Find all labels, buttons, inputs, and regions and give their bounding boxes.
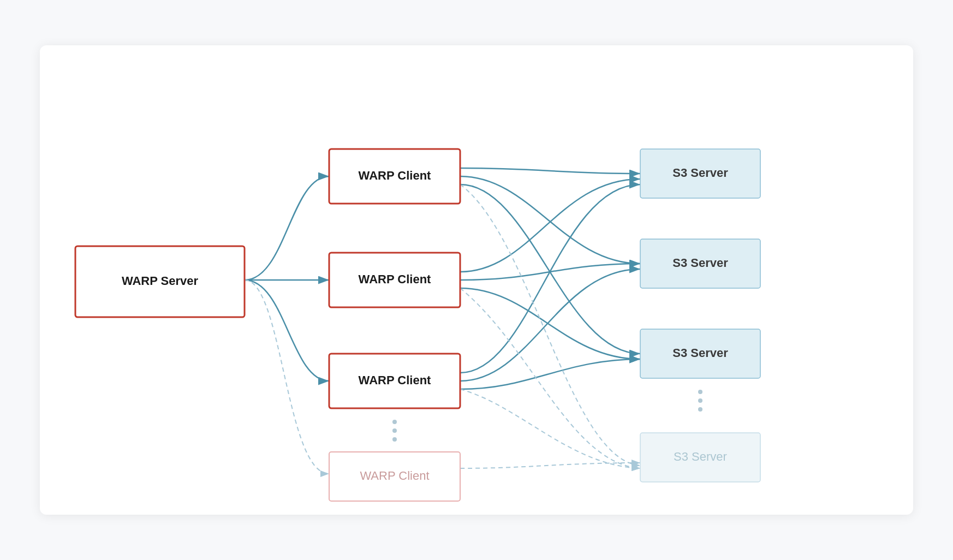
architecture-diagram: WARP Server WARP Client WARP Client WARP… — [40, 45, 913, 515]
warp-client-3-label: WARP Client — [359, 373, 432, 387]
dots-s3-3 — [698, 407, 702, 412]
warp-client-1-label: WARP Client — [359, 169, 432, 182]
dots-clients — [392, 420, 397, 424]
dots-s3 — [698, 390, 702, 394]
s3-server-2-label: S3 Server — [672, 256, 728, 270]
warp-server-label: WARP Server — [122, 274, 199, 288]
diagram-container: WARP Server WARP Client WARP Client WARP… — [40, 45, 913, 515]
dots-clients-3 — [392, 437, 397, 442]
s3-server-1-label: S3 Server — [672, 166, 728, 180]
dots-s3-2 — [698, 398, 702, 403]
dots-clients-2 — [392, 428, 397, 433]
s3-server-4-label: S3 Server — [674, 450, 727, 463]
warp-client-2-label: WARP Client — [359, 272, 432, 286]
warp-client-4-label: WARP Client — [360, 469, 429, 482]
s3-server-3-label: S3 Server — [672, 346, 728, 360]
